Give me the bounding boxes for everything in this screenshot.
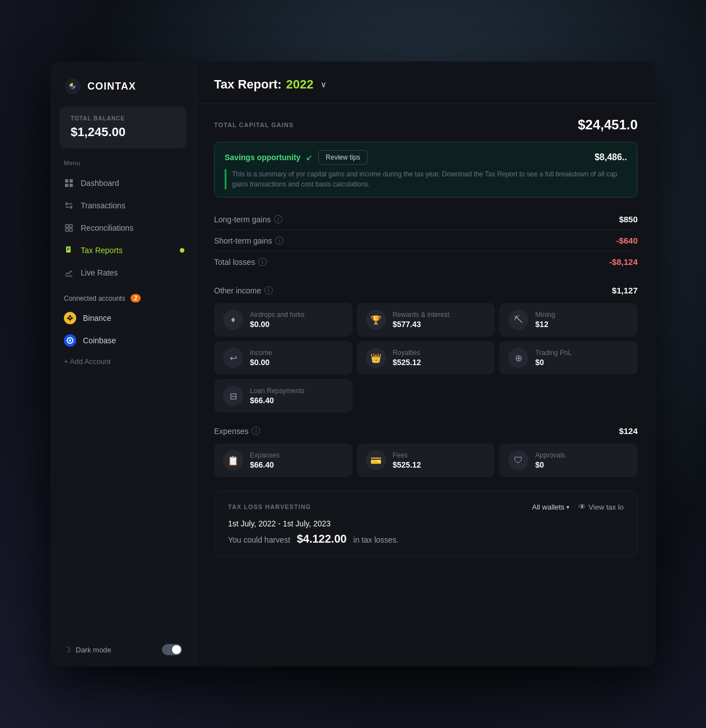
loan-value: $66.40	[250, 396, 343, 405]
svg-rect-3	[65, 184, 68, 187]
income-card-rewards: 🏆 Rewards & interest $577.43	[357, 303, 495, 337]
active-dot	[180, 248, 184, 253]
total-losses-info-icon[interactable]: i	[258, 258, 267, 266]
other-income-label: Other income	[214, 286, 261, 295]
view-tax-link[interactable]: 👁 View tax lo	[578, 502, 624, 511]
harvest-amount: $4.122.00	[297, 533, 347, 545]
expense-card-expanses: 📋 Expanses $66.40	[214, 444, 352, 477]
main-body: TOTAL CAPITAL GAINS $24,451.0 Savings op…	[196, 104, 656, 666]
sidebar-item-transactions[interactable]: Transactions	[50, 194, 196, 217]
rewards-icon: 🏆	[366, 310, 386, 330]
airdrops-icon: ♦	[223, 310, 243, 330]
short-term-gains-info-icon[interactable]: i	[275, 236, 284, 245]
expense-card-fees: 💳 Fees $525.12	[357, 444, 495, 477]
year-badge[interactable]: 2022	[286, 77, 314, 92]
binance-icon	[64, 312, 76, 324]
long-term-gains-value: $850	[619, 214, 638, 224]
harvest-suffix: in tax losses.	[354, 535, 399, 544]
file-icon	[64, 245, 74, 255]
royalties-value: $525.12	[393, 358, 486, 367]
balance-value: $1,245.00	[71, 125, 175, 139]
menu-label: Menu	[50, 160, 196, 172]
tax-loss-harvesting-section: TAX LOSS HARVESTING All wallets ▾ 👁 View…	[214, 491, 638, 557]
sidebar-item-live-rates[interactable]: Live Rates	[50, 262, 196, 284]
sidebar-item-dashboard[interactable]: Dashboard	[50, 172, 196, 194]
fees-value: $525.12	[393, 460, 486, 469]
short-term-gains-value: -$640	[616, 236, 638, 245]
svg-marker-16	[69, 320, 71, 321]
sidebar-item-label-transactions: Transactions	[81, 201, 126, 210]
main-content: Tax Report: 2022 ∨ TOTAL CAPITAL GAINS $…	[196, 62, 656, 666]
rewards-value: $577.43	[393, 320, 486, 329]
year-dropdown-icon[interactable]: ∨	[321, 80, 326, 89]
expenses-total: $124	[619, 426, 638, 436]
gains-rows: Long-term gains i $850 Short-term gains …	[214, 209, 638, 272]
other-income-section: Other income i $1,127 ♦ Airdrops and for…	[214, 286, 638, 413]
long-term-gains-row: Long-term gains i $850	[214, 209, 638, 230]
savings-amount: $8,486..	[594, 152, 627, 162]
svg-rect-4	[69, 184, 73, 187]
capital-gains-header: TOTAL CAPITAL GAINS $24,451.0	[214, 117, 638, 133]
add-account-btn[interactable]: + Add Account	[50, 352, 196, 371]
dark-mode-label: Dark mode	[76, 646, 112, 654]
fees-label: Fees	[393, 451, 486, 459]
reconcile-icon	[64, 223, 74, 233]
income-label: Income	[250, 349, 343, 357]
svg-rect-6	[69, 225, 72, 227]
other-income-total: $1,127	[612, 286, 638, 295]
svg-rect-1	[65, 179, 68, 183]
savings-description: This is a summary of yor capital gains a…	[225, 169, 627, 189]
expenses-section: Expenses i $124 📋 Expanses $66.40 💳	[214, 426, 638, 477]
short-term-gains-label: Short-term gains	[214, 236, 272, 245]
coinbase-label: Coinbase	[83, 336, 116, 345]
account-coinbase[interactable]: Coinbase	[50, 329, 196, 352]
svg-rect-8	[69, 228, 72, 231]
total-losses-value: -$8,124	[609, 257, 638, 267]
balance-card: TOTAL BALANCE $1,245.00	[59, 106, 187, 148]
mining-icon: ⛏	[508, 310, 528, 330]
loan-icon: ⊟	[223, 386, 243, 406]
other-income-info-icon[interactable]: i	[264, 286, 273, 295]
capital-gains-title: TOTAL CAPITAL GAINS	[214, 122, 294, 128]
sidebar-item-label-dashboard: Dashboard	[81, 179, 119, 188]
title-prefix: Tax Report:	[214, 77, 282, 92]
tlh-title: TAX LOSS HARVESTING	[228, 503, 311, 510]
expanses-icon: 📋	[223, 450, 243, 470]
long-term-gains-label: Long-term gains	[214, 215, 271, 224]
connected-badge: 2	[131, 294, 141, 302]
tlh-date-range: 1st July, 2022 - 1st July, 2023	[228, 519, 624, 528]
savings-arrow-icon: ↙	[306, 153, 313, 162]
savings-banner: Savings opportunity ↙ Review tips $8,486…	[214, 142, 638, 198]
sidebar-item-label-live-rates: Live Rates	[81, 268, 118, 277]
approvals-value: $0	[535, 460, 629, 469]
sidebar-item-reconciliations[interactable]: Reconciliations	[50, 217, 196, 239]
all-wallets-button[interactable]: All wallets ▾	[532, 503, 570, 511]
sidebar-item-label-reconciliations: Reconciliations	[81, 223, 133, 232]
income-card-loan: ⊟ Loan Repayments $66.40	[214, 379, 352, 413]
capital-gains-total: $24,451.0	[578, 117, 638, 133]
coinbase-icon	[64, 334, 76, 347]
trading-icon: ⊕	[508, 348, 528, 368]
svg-rect-5	[66, 225, 68, 227]
binance-label: Binance	[83, 314, 112, 323]
income-value: $0.00	[250, 358, 343, 367]
sidebar-logo: COINTAX	[50, 62, 196, 106]
tlh-harvest-info: You could harvest $4.122.00 in tax losse…	[228, 533, 624, 545]
svg-marker-12	[68, 316, 72, 318]
sidebar-item-tax-reports[interactable]: Tax Reports	[50, 239, 196, 262]
expenses-label: Expenses	[214, 427, 248, 436]
review-tips-button[interactable]: Review tips	[318, 150, 367, 165]
long-term-gains-info-icon[interactable]: i	[274, 215, 282, 223]
chart-icon	[64, 268, 74, 278]
logo-icon	[64, 77, 82, 95]
approvals-label: Approvals	[535, 451, 629, 459]
expense-card-approvals: 🛡 Approvals $0	[499, 444, 638, 477]
expenses-info-icon[interactable]: i	[252, 427, 260, 435]
app-window: COINTAX TOTAL BALANCE $1,245.00 Menu Das…	[50, 62, 656, 666]
dark-mode-toggle[interactable]	[162, 644, 182, 655]
all-wallets-label: All wallets	[532, 503, 565, 511]
page-title: Tax Report: 2022 ∨	[214, 77, 326, 92]
account-binance[interactable]: Binance	[50, 307, 196, 329]
fees-icon: 💳	[366, 450, 386, 470]
logo-text: COINTAX	[87, 81, 136, 92]
